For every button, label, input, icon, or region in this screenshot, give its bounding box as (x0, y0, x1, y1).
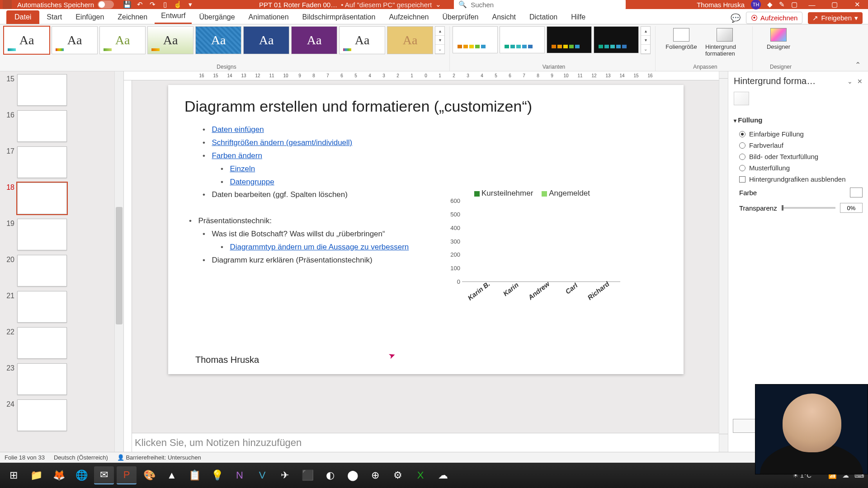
pen-icon[interactable]: ✎ (779, 0, 785, 9)
chevron-down-icon[interactable]: ⌄ (435, 0, 441, 9)
app-icon-9[interactable]: ☁ (433, 466, 453, 484)
onenote-icon[interactable]: N (230, 466, 250, 484)
slide-thumbnail-23[interactable]: 23 (2, 363, 122, 395)
outlook-icon[interactable]: ✉ (94, 466, 114, 484)
accessibility-check[interactable]: 👤 Barrierefreiheit: Untersuchen (117, 454, 201, 461)
share-button[interactable]: ↗Freigeben ▾ (808, 12, 863, 24)
settings-icon[interactable]: ⚙ (388, 466, 408, 484)
variant-4[interactable] (594, 26, 639, 53)
file-explorer-icon[interactable]: 📁 (26, 466, 46, 484)
opt-pattern-fill[interactable]: Musterfüllung (734, 162, 863, 174)
user-avatar[interactable]: TH (751, 0, 761, 9)
excel-icon[interactable]: X (410, 466, 430, 484)
collapse-ribbon-icon[interactable]: ⌃ (851, 59, 864, 71)
color-picker[interactable] (850, 188, 863, 197)
touch-mode-icon[interactable]: ☝ (174, 0, 182, 9)
section-fill[interactable]: Füllung (734, 116, 863, 124)
theme-thumb-4[interactable]: Aa (147, 26, 193, 54)
close-button[interactable]: ✕ (849, 0, 865, 9)
theme-thumb-8[interactable]: Aa (339, 26, 385, 54)
tab-hilfe[interactable]: Hilfe (565, 10, 592, 24)
chk-hide-bg-graphics[interactable]: Hintergrundgrafiken ausblenden (734, 174, 863, 185)
slide-thumbnail-19[interactable]: 19 (2, 219, 122, 250)
opt-gradient-fill[interactable]: Farbverlauf (734, 140, 863, 151)
theme-thumb-6[interactable]: Aa (243, 26, 289, 54)
transparency-value[interactable]: 0% (840, 203, 863, 213)
thumbnail-scrollbar[interactable] (114, 71, 123, 452)
app-icon-3[interactable]: 💡 (207, 466, 227, 484)
tab-datei[interactable]: Datei (6, 10, 39, 24)
theme-gallery-spinner[interactable]: ▴▾⌄ (435, 26, 445, 54)
slide-title[interactable]: Diagramm erstellen und formatieren („cus… (184, 98, 667, 115)
designer-button[interactable]: Designer (759, 28, 798, 50)
firefox-icon[interactable]: 🦊 (49, 466, 69, 484)
slide-position[interactable]: Folie 18 von 33 (5, 454, 45, 461)
start-button[interactable]: ⊞ (4, 466, 24, 484)
tab-bildschirmpraesentation[interactable]: Bildschirmpräsentation (296, 10, 382, 24)
telegram-icon[interactable]: ✈ (275, 466, 295, 484)
variant-2[interactable] (500, 26, 545, 53)
slide-thumbnail-22[interactable]: 22 (2, 327, 122, 359)
variant-gallery-spinner[interactable]: ▴▾⌄ (641, 26, 651, 54)
comments-icon[interactable]: 💬 (731, 13, 741, 23)
language[interactable]: Deutsch (Österreich) (54, 454, 108, 461)
tab-start[interactable]: Start (40, 10, 68, 24)
slide-canvas[interactable]: Diagramm erstellen und formatieren („cus… (168, 85, 684, 374)
record-button[interactable]: ⦿Aufzeichnen (746, 12, 803, 24)
app-icon-2[interactable]: 📋 (184, 466, 204, 484)
slide-thumbnail-21[interactable]: 21 (2, 291, 122, 323)
tab-einfuegen[interactable]: Einfügen (69, 10, 110, 24)
user-name[interactable]: Thomas Hruska (697, 1, 745, 9)
theme-thumb-1[interactable]: Aa (4, 26, 50, 54)
tab-entwurf[interactable]: Entwurf (155, 9, 192, 24)
chrome-icon[interactable]: 🌐 (71, 466, 91, 484)
app-icon-6[interactable]: ◐ (320, 466, 340, 484)
toggle-switch-icon[interactable] (98, 0, 114, 9)
fill-category-icon[interactable] (734, 92, 749, 105)
app-icon-8[interactable]: ⊕ (365, 466, 385, 484)
theme-thumb-5[interactable]: Aa (195, 26, 241, 54)
theme-thumb-9[interactable]: Aa (387, 26, 433, 54)
theme-thumb-3[interactable]: Aa (99, 26, 146, 54)
app-icon-5[interactable]: ⬛ (297, 466, 317, 484)
slide-thumbnail-18[interactable]: 18 (2, 183, 122, 214)
slide-thumbnail-15[interactable]: 15 (2, 74, 122, 106)
autosave-toggle[interactable]: Automatisches Speichern (17, 0, 114, 9)
theme-thumb-7[interactable]: Aa (291, 26, 337, 54)
slide-thumbnail-20[interactable]: 20 (2, 255, 122, 286)
minimize-button[interactable]: — (804, 0, 820, 9)
diamond-icon[interactable]: ◆ (767, 0, 773, 9)
tab-aufzeichnen[interactable]: Aufzeichnen (382, 10, 435, 24)
save-icon[interactable]: 💾 (123, 0, 131, 9)
tab-ansicht[interactable]: Ansicht (486, 10, 522, 24)
slide-thumbnail-24[interactable]: 24 (2, 399, 122, 431)
slide-thumbnail-16[interactable]: 16 (2, 110, 122, 142)
opt-picture-fill[interactable]: Bild- oder Texturfüllung (734, 151, 863, 162)
redo-icon[interactable]: ↷ (148, 0, 156, 9)
slide-thumbnail-17[interactable]: 17 (2, 146, 122, 178)
chart[interactable]: Kursteilnehmer Angemeldet 01002003004005… (444, 189, 620, 315)
format-background-button[interactable]: Hintergrund formatieren (705, 28, 744, 57)
opt-solid-fill[interactable]: Einfarbige Füllung (734, 128, 863, 140)
tab-animationen[interactable]: Animationen (242, 10, 295, 24)
tab-ueberpruefen[interactable]: Überprüfen (436, 10, 485, 24)
document-title[interactable]: PPT 01 Roter Faden 00… (259, 1, 337, 9)
app-icon-4[interactable]: V (252, 466, 272, 484)
tab-zeichnen[interactable]: Zeichnen (111, 10, 154, 24)
variant-3[interactable] (547, 26, 592, 53)
variant-1[interactable] (453, 26, 498, 53)
undo-icon[interactable]: ↶ (136, 0, 144, 9)
app-icon[interactable]: 🎨 (139, 466, 159, 484)
search-box[interactable]: 🔍 Suchen (454, 0, 626, 10)
slide-size-button[interactable]: Foliengröße (662, 28, 701, 57)
qat-more-icon[interactable]: ▾ (186, 0, 194, 9)
powerpoint-taskbar-icon[interactable]: P (117, 466, 137, 484)
save-location[interactable]: • Auf "diesem PC" gespeichert (341, 1, 432, 9)
tab-uebergaenge[interactable]: Übergänge (193, 10, 241, 24)
app-icon-7[interactable]: ⬤ (343, 466, 363, 484)
theme-thumb-2[interactable]: Aa (52, 26, 98, 54)
present-icon[interactable]: ▯ (161, 0, 169, 9)
notes-pane[interactable]: Klicken Sie, um Notizen hinzuzufügen (124, 433, 728, 452)
maximize-button[interactable]: ▢ (826, 0, 843, 9)
transparency-slider[interactable] (782, 207, 835, 209)
